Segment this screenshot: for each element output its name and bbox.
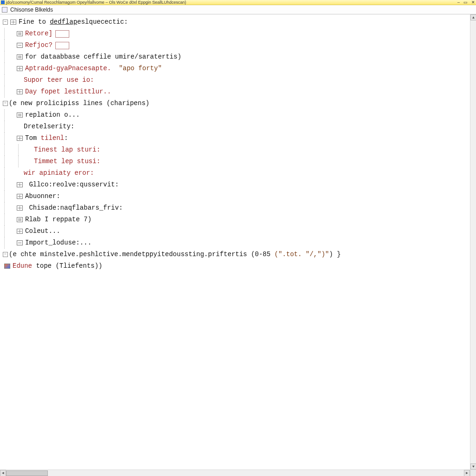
tree-row[interactable]: Aptradd-gyaPnacesapte. "apo forty" xyxy=(0,63,476,74)
window-titlebar: jdo/coomony/Cumal Recochlamagom Opey/Ila… xyxy=(0,0,476,5)
tree-row[interactable]: Edune tope (Tliefents)) xyxy=(0,260,476,272)
node-label: Tom tilenl: xyxy=(25,132,68,144)
node-label: Retore] xyxy=(25,28,53,40)
minimize-button[interactable]: – xyxy=(457,0,460,5)
code-tree-viewport: − Fine to dedflapeslquecectic: Retore] R… xyxy=(0,14,476,469)
node-icon xyxy=(17,182,23,187)
tree-row[interactable]: Import_loduse:... xyxy=(0,237,476,249)
value-field[interactable] xyxy=(55,42,69,49)
node-label: for dataabbase ceffile umire/saratertis) xyxy=(25,51,181,63)
scroll-left-icon[interactable]: ◄ xyxy=(0,470,6,476)
tree-row[interactable]: Rlab I reppate 7) xyxy=(0,214,476,225)
scroll-right-icon[interactable]: ► xyxy=(464,470,470,476)
collapse-toggle[interactable]: − xyxy=(3,101,8,106)
toolbar: Chisonse Blkelds xyxy=(0,5,476,14)
node-icon xyxy=(17,31,23,36)
node-icon xyxy=(17,89,23,94)
node-label: replation o... xyxy=(25,109,80,121)
tree-row[interactable]: Abuonner: xyxy=(0,191,476,202)
node-icon xyxy=(10,20,16,25)
collapse-toggle[interactable]: − xyxy=(3,252,8,257)
node-icon xyxy=(17,112,23,118)
node-icon xyxy=(17,205,23,211)
node-label: Rlab I reppate 7) xyxy=(25,214,92,225)
node-label: Day fopet lestittlur.. xyxy=(25,86,111,98)
node-label: Import_loduse:... xyxy=(25,237,92,249)
tree-row[interactable]: wir apiniaty eror: xyxy=(0,167,476,179)
scroll-track[interactable] xyxy=(470,20,476,463)
node-icon xyxy=(17,194,23,199)
tree-row[interactable]: − (e chte minstelve.peshlctive.mendetppy… xyxy=(0,249,476,260)
node-icon xyxy=(17,43,23,48)
node-label: Fine to dedflapeslquecectic: xyxy=(19,16,128,28)
tree-row[interactable]: Chisade:naqflabars_friv: xyxy=(0,202,476,214)
tree-row[interactable]: − Fine to dedflapeslquecectic: xyxy=(0,16,476,28)
tree-row[interactable]: Gllco:reolve:qusservit: xyxy=(0,179,476,191)
node-label: (e chte minstelve.peshlctive.mendetppyit… xyxy=(9,249,341,260)
maximize-button[interactable]: ▭ xyxy=(463,0,468,5)
scroll-down-icon[interactable]: ▼ xyxy=(470,463,476,469)
toolbar-icon[interactable] xyxy=(2,7,7,13)
node-label: Dretelserity: xyxy=(24,121,74,132)
tree-row[interactable]: Coleut... xyxy=(0,225,476,237)
tree-row[interactable]: Timmet lep stusi: xyxy=(0,156,476,167)
code-tree: − Fine to dedflapeslquecectic: Retore] R… xyxy=(0,14,476,272)
tree-row[interactable]: replation o... xyxy=(0,109,476,121)
scroll-corner xyxy=(470,470,476,476)
tree-row[interactable]: Supor teer use io: xyxy=(0,74,476,86)
tree-row[interactable]: for dataabbase ceffile umire/saratertis) xyxy=(0,51,476,63)
vertical-scrollbar[interactable]: ▲ ▼ xyxy=(470,14,476,469)
node-icon xyxy=(17,229,23,234)
node-icon xyxy=(17,66,23,71)
node-icon xyxy=(17,240,23,245)
node-label: Aptradd-gyaPnacesapte. "apo forty" xyxy=(25,63,162,74)
toolbar-label: Chisonse Blkelds xyxy=(10,7,53,13)
tree-row[interactable]: Retore] xyxy=(0,28,476,40)
node-icon xyxy=(17,136,23,141)
node-label: Supor teer use io: xyxy=(24,74,94,86)
tree-row[interactable]: Tom tilenl: xyxy=(0,132,476,144)
app-icon xyxy=(1,0,5,4)
scroll-thumb[interactable] xyxy=(6,470,48,476)
node-label: Refjoc? xyxy=(25,40,53,51)
window-title: jdo/coomony/Cumal Recochlamagom Opey/Ila… xyxy=(6,0,186,5)
tree-row[interactable]: Refjoc? xyxy=(0,40,476,51)
horizontal-scrollbar[interactable]: ◄ ► xyxy=(0,469,476,476)
node-label: Coleut... xyxy=(25,225,60,237)
node-label: (e new prolicipiss lines (charipens) xyxy=(9,98,149,109)
node-icon xyxy=(4,264,10,269)
tree-row[interactable]: Tinest lap sturi: xyxy=(0,144,476,156)
tree-row[interactable]: Day fopet lestittlur.. xyxy=(0,86,476,98)
node-label: Abuonner: xyxy=(25,191,60,202)
node-icon xyxy=(17,217,23,222)
node-label: Edune tope (Tliefents)) xyxy=(13,260,102,272)
node-label: Timmet lep stusi: xyxy=(34,156,100,167)
node-label: Tinest lap sturi: xyxy=(34,144,100,156)
close-button[interactable]: ✕ xyxy=(471,0,475,5)
tree-row[interactable]: Dretelserity: xyxy=(0,121,476,132)
value-field[interactable] xyxy=(55,30,69,38)
node-label: Chisade:naqflabars_friv: xyxy=(25,202,123,214)
scroll-up-icon[interactable]: ▲ xyxy=(470,14,476,20)
collapse-toggle[interactable]: − xyxy=(3,20,8,25)
tree-row[interactable]: − (e new prolicipiss lines (charipens) xyxy=(0,98,476,109)
node-label: Gllco:reolve:qusservit: xyxy=(25,179,119,191)
node-label: wir apiniaty eror: xyxy=(24,167,94,179)
node-icon xyxy=(17,54,23,60)
